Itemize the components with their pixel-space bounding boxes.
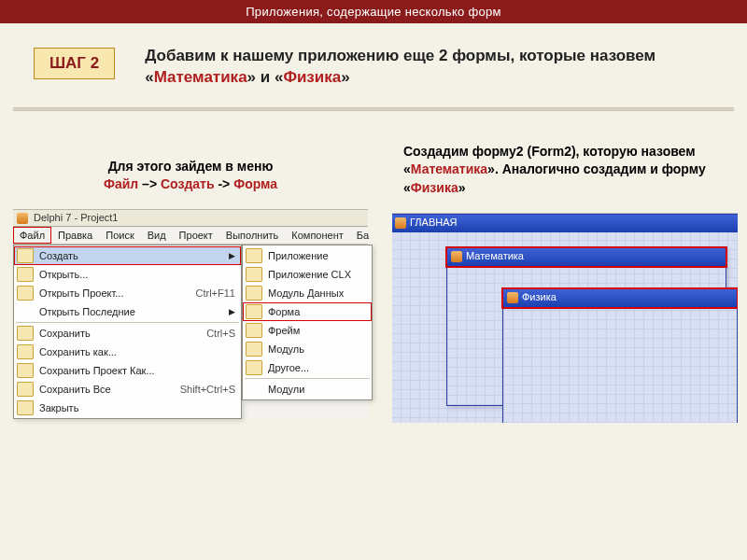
mi-label: Создать bbox=[39, 250, 229, 261]
left-caption: Для этого зайдем в меню Файл –> Создать … bbox=[13, 143, 368, 209]
left-caption-create: Создать bbox=[161, 176, 215, 191]
save-all-icon bbox=[17, 382, 34, 397]
shortcut: Shift+Ctrl+S bbox=[167, 384, 235, 395]
menu-edit[interactable]: Правка bbox=[51, 227, 99, 244]
left-caption-file: Файл bbox=[104, 176, 138, 191]
rcap-t3: » bbox=[458, 180, 466, 195]
slide-header: Приложения, содержащие несколько форм bbox=[0, 0, 747, 23]
blank-icon bbox=[17, 304, 34, 319]
mi-save-all[interactable]: Сохранить ВсеShift+Ctrl+S bbox=[14, 380, 241, 399]
heading-text3: » bbox=[341, 68, 349, 86]
top-row: ШАГ 2 Добавим к нашему приложению еще 2 … bbox=[0, 23, 747, 102]
menu-separator bbox=[16, 322, 239, 323]
mi-label: Открыть... bbox=[39, 269, 235, 280]
heading: Добавим к нашему приложению еще 2 формы,… bbox=[145, 46, 668, 89]
smi-clx[interactable]: Приложение CLX bbox=[243, 265, 372, 284]
form-icon bbox=[246, 304, 262, 319]
app-icon bbox=[246, 248, 262, 263]
mi-label: Сохранить bbox=[39, 328, 193, 339]
mi-label: Форма bbox=[268, 306, 366, 317]
app-clx-icon bbox=[246, 267, 262, 282]
menu-view[interactable]: Вид bbox=[141, 227, 173, 244]
sep: –> bbox=[138, 176, 161, 191]
save-icon bbox=[17, 326, 34, 341]
smi-units[interactable]: Модули bbox=[243, 380, 372, 399]
left-column: Для этого зайдем в меню Файл –> Создать … bbox=[13, 143, 368, 423]
create-submenu: Приложение Приложение CLX Модуль Данных … bbox=[242, 245, 373, 400]
open-icon bbox=[17, 267, 34, 282]
mi-save-as[interactable]: Сохранить как... bbox=[14, 343, 241, 361]
right-column: Создадим форму2 (Form2), которую назовем… bbox=[392, 143, 738, 423]
menu-ba[interactable]: Ба bbox=[350, 227, 375, 244]
unit-icon bbox=[246, 342, 262, 357]
frame-icon bbox=[246, 323, 262, 338]
mi-open-recent[interactable]: Открыть Последние▶ bbox=[14, 302, 241, 321]
smi-frame[interactable]: Фрейм bbox=[243, 321, 372, 340]
mi-label: Открыть Последние bbox=[39, 306, 229, 317]
menu-file[interactable]: Файл bbox=[13, 227, 51, 244]
menu-component[interactable]: Компонент bbox=[285, 227, 349, 244]
screenshot-ide: Delphi 7 - Project1 Файл Правка Поиск Ви… bbox=[13, 209, 368, 419]
window-phys[interactable]: Физика bbox=[502, 288, 738, 423]
smi-form[interactable]: Форма bbox=[243, 302, 372, 321]
left-caption-line1: Для этого зайдем в меню bbox=[108, 159, 274, 174]
smi-other[interactable]: Другое... bbox=[243, 358, 372, 377]
datamodule-icon bbox=[246, 286, 262, 301]
mi-open[interactable]: Открыть... bbox=[14, 265, 241, 284]
mi-label: Закрыть bbox=[39, 402, 235, 413]
save-as-icon bbox=[17, 344, 34, 359]
ide-titlebar: Delphi 7 - Project1 bbox=[13, 210, 368, 227]
mi-open-project[interactable]: Открыть Проект...Ctrl+F11 bbox=[14, 284, 241, 302]
rcap-hl1: Математика bbox=[411, 161, 487, 176]
smi-app[interactable]: Приложение bbox=[243, 246, 372, 265]
smi-datamodule[interactable]: Модуль Данных bbox=[243, 284, 372, 302]
other-icon bbox=[246, 360, 262, 375]
rcap-hl2: Физика bbox=[411, 180, 458, 195]
ide-menubar: Файл Правка Поиск Вид Проект Выполнить К… bbox=[13, 227, 368, 245]
chevron-right-icon: ▶ bbox=[229, 251, 235, 260]
heading-hl-phys: Физика bbox=[283, 68, 341, 86]
mi-save[interactable]: СохранитьCtrl+S bbox=[14, 324, 241, 343]
shortcut: Ctrl+S bbox=[193, 328, 235, 339]
shortcut: Ctrl+F11 bbox=[183, 287, 236, 299]
menu-project[interactable]: Проект bbox=[173, 227, 219, 244]
mi-close[interactable]: Закрыть bbox=[14, 399, 241, 417]
mi-label: Модули bbox=[268, 384, 366, 395]
mi-label: Другое... bbox=[268, 362, 366, 373]
mi-create[interactable]: Создать▶ bbox=[14, 246, 241, 265]
save-project-icon bbox=[17, 363, 34, 378]
mi-label: Открыть Проект... bbox=[39, 287, 183, 299]
sep: -> bbox=[215, 176, 234, 191]
mi-label: Сохранить Все bbox=[39, 384, 167, 395]
mi-label: Приложение bbox=[268, 250, 366, 261]
menu-run[interactable]: Выполнить bbox=[219, 227, 285, 244]
new-icon bbox=[17, 248, 34, 263]
heading-hl-math: Математика bbox=[154, 68, 247, 86]
right-caption: Создадим форму2 (Form2), которую назовем… bbox=[392, 143, 738, 213]
titlebar-math: Математика bbox=[447, 248, 726, 266]
menu-search[interactable]: Поиск bbox=[99, 227, 140, 244]
mi-label: Приложение CLX bbox=[268, 269, 366, 280]
chevron-right-icon: ▶ bbox=[229, 307, 235, 316]
titlebar-phys: Физика bbox=[503, 289, 737, 307]
mi-label: Фрейм bbox=[268, 325, 366, 336]
step-badge: ШАГ 2 bbox=[34, 48, 115, 79]
titlebar-main: ГЛАВНАЯ bbox=[392, 215, 738, 232]
blank-icon bbox=[246, 382, 262, 397]
open-project-icon bbox=[17, 286, 34, 301]
menus-wrap: Создать▶ Открыть... Открыть Проект...Ctr… bbox=[13, 245, 368, 419]
mi-save-project-as[interactable]: Сохранить Проект Как... bbox=[14, 361, 241, 380]
file-dropdown: Создать▶ Открыть... Открыть Проект...Ctr… bbox=[13, 245, 242, 419]
mi-label: Модуль bbox=[268, 343, 366, 355]
smi-unit[interactable]: Модуль bbox=[243, 340, 372, 358]
mi-label: Модуль Данных bbox=[268, 287, 366, 299]
mi-label: Сохранить Проект Как... bbox=[39, 365, 235, 376]
close-icon bbox=[17, 400, 34, 415]
columns: Для этого зайдем в меню Файл –> Создать … bbox=[0, 111, 747, 423]
mi-label: Сохранить как... bbox=[39, 346, 235, 357]
heading-text2: » и « bbox=[247, 68, 284, 86]
menu-separator bbox=[245, 378, 370, 379]
left-caption-form: Форма bbox=[233, 176, 277, 191]
screenshot-forms: ГЛАВНАЯ Математика Физика bbox=[392, 213, 738, 423]
